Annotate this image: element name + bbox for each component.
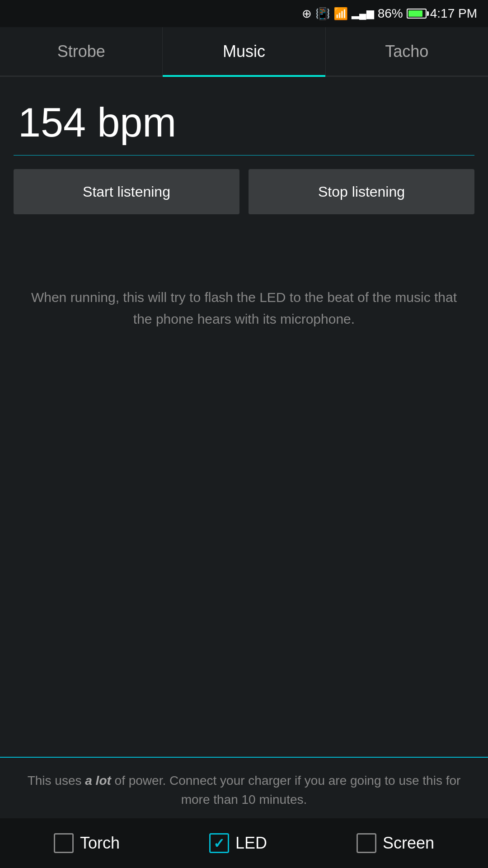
bottom-item-screen[interactable]: Screen [357, 833, 434, 853]
power-warning-prefix: This uses [28, 774, 85, 788]
torch-checkbox[interactable] [54, 833, 74, 853]
vibrate-icon: 📳 [315, 7, 330, 21]
main-content: 154 bpm Start listening Stop listening W… [0, 77, 488, 757]
led-checkbox[interactable] [209, 833, 229, 853]
tab-bar: Strobe Music Tacho [0, 27, 488, 77]
bottom-item-led[interactable]: LED [209, 833, 267, 853]
buttons-row: Start listening Stop listening [14, 169, 474, 214]
tab-strobe[interactable]: Strobe [0, 27, 163, 75]
bottom-item-torch[interactable]: Torch [54, 833, 120, 853]
torch-label: Torch [80, 834, 120, 853]
power-warning-suffix: of power. Connect your charger if you ar… [111, 774, 461, 807]
clock: 4:17 PM [430, 6, 477, 21]
battery-icon [407, 9, 427, 19]
screen-checkbox[interactable] [357, 833, 376, 853]
status-icons: ⊕ 📳 📶 ▂▄▆ 86% 4:17 PM [302, 6, 477, 21]
status-bar: ⊕ 📳 📶 ▂▄▆ 86% 4:17 PM [0, 0, 488, 27]
led-label: LED [235, 834, 267, 853]
battery-fill [408, 10, 422, 17]
gps-icon: ⊕ [302, 7, 312, 21]
signal-icon: ▂▄▆ [352, 8, 374, 19]
tab-music[interactable]: Music [163, 27, 325, 75]
wifi-icon: 📶 [333, 7, 348, 21]
stop-listening-button[interactable]: Stop listening [249, 169, 474, 214]
bpm-value: 154 bpm [18, 100, 176, 145]
screen-label: Screen [383, 834, 434, 853]
start-listening-button[interactable]: Start listening [14, 169, 239, 214]
battery-percent: 86% [378, 6, 403, 21]
bottom-toolbar: Torch LED Screen [0, 818, 488, 868]
description-text: When running, this will try to flash the… [14, 287, 474, 330]
power-warning: This uses a lot of power. Connect your c… [0, 757, 488, 818]
power-warning-emphasis: a lot [85, 774, 111, 788]
bpm-display: 154 bpm [14, 90, 474, 156]
tab-tacho[interactable]: Tacho [326, 27, 488, 75]
